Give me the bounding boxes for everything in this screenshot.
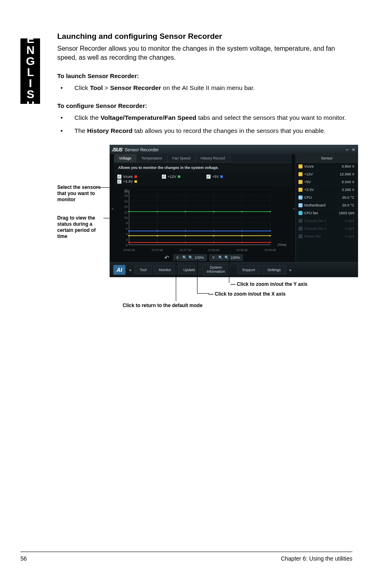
bottom-btn-system-info[interactable]: SystemInformation	[202, 265, 230, 275]
svg-text:(V): (V)	[125, 190, 129, 193]
svg-point-38	[128, 242, 130, 243]
svg-text:22:59:00: 22:59:00	[264, 249, 276, 252]
callout-zoom-x-axis: — Click to zoom in/out the X axis	[208, 291, 286, 297]
voltage-chart[interactable]: 0246810121416182022:56:3022:57:0022:57:3…	[114, 186, 291, 253]
svg-point-53	[213, 230, 215, 232]
svg-point-55	[269, 230, 271, 232]
app-bottom-bar: AI ◂ Tool Monitor Update SystemInformati…	[110, 262, 358, 277]
launch-step: Click Tool > Sensor Recorder on the AI S…	[57, 83, 352, 92]
svg-point-47	[213, 211, 215, 213]
svg-text:22:56:30: 22:56:30	[123, 249, 135, 252]
sensor-row-cpu: CPU26.0 °C	[296, 194, 358, 202]
zoom-in-icon[interactable]: 🔍	[182, 256, 187, 260]
sensor-row-chassis-fan-1: Chassis fan 10 rpm	[296, 217, 358, 225]
screenshot-figure: Select the sensors that you want to moni…	[57, 145, 352, 316]
checkbox-3-3v[interactable]: ✓+3.3V	[117, 180, 156, 184]
sensor-checkbox-group: ✓Vcore ✓+12V ✓+5V ✓+3.3V	[114, 173, 291, 186]
bottom-btn-tool[interactable]: Tool	[134, 265, 152, 274]
bottom-btn-monitor[interactable]: Monitor	[154, 265, 177, 274]
tab-voltage[interactable]: Voltage	[114, 154, 137, 162]
page-footer: 56 Chapter 6: Using the utilities	[20, 552, 352, 562]
sensor-row-chassis-fan-2: Chassis fan 20 rpm	[296, 225, 358, 233]
tab-description: Allows you to monitor the changes in the…	[114, 163, 291, 173]
configure-step-2: The History Record tab allows you to rec…	[57, 126, 352, 135]
bottom-btn-settings[interactable]: Settings	[262, 265, 286, 274]
svg-point-46	[185, 211, 186, 213]
zoom-x-control[interactable]: X : 🔍 🔍 100%	[173, 254, 207, 261]
sensor-row--12v: +12V12.096 V	[296, 171, 358, 178]
checkbox-vcore[interactable]: ✓Vcore	[117, 175, 156, 179]
svg-text:22:57:30: 22:57:30	[180, 249, 191, 252]
callout-drag-view: Drag to view the status during a certain…	[57, 215, 105, 240]
svg-point-43	[269, 242, 271, 243]
zoom-controls: ↶ X : 🔍 🔍 100% Y : 🔍 🔍	[114, 253, 291, 262]
svg-text:14: 14	[124, 205, 128, 209]
tab-temperature[interactable]: Temperature	[137, 154, 168, 162]
configure-subheading: To configure Sensor Recorder:	[57, 102, 352, 109]
panel-nav-mid-icon[interactable]: ◂	[291, 154, 296, 262]
svg-point-45	[157, 211, 158, 213]
sensor-recorder-window: /SUS Sensor Recorder − × ◂ Voltage Tempe…	[110, 145, 358, 277]
svg-point-61	[269, 235, 271, 237]
bar-nav-right-icon[interactable]: ▸	[288, 267, 294, 273]
checkbox-5v[interactable]: ✓+5V	[206, 175, 245, 179]
svg-point-59	[213, 235, 215, 237]
callout-select-sensors: Select the sensors that you want to moni…	[57, 184, 105, 203]
tab-fan-speed[interactable]: Fan Speed	[168, 154, 196, 162]
launch-subheading: To launch Sensor Recorder:	[57, 72, 352, 79]
zoom-out-icon[interactable]: 🔍	[188, 256, 193, 260]
page-number: 56	[20, 555, 27, 562]
svg-point-56	[128, 235, 130, 237]
callout-return-default: Click to return to the default mode	[123, 303, 202, 308]
language-side-tab: ENGLISH	[20, 38, 40, 104]
svg-text:12: 12	[124, 211, 128, 214]
svg-text:0: 0	[126, 243, 128, 247]
sensor-row-power-fan: Power fan0 rpm	[296, 233, 358, 240]
svg-point-44	[128, 211, 130, 213]
sensor-row--3-3v: +3.3V3.296 V	[296, 186, 358, 194]
close-icon[interactable]: ×	[352, 146, 355, 153]
sensor-row--5v: +5V5.040 V	[296, 178, 358, 186]
section-heading: Launching and configuring Sensor Recorde…	[57, 32, 352, 41]
svg-text:22:57:00: 22:57:00	[152, 249, 163, 252]
svg-point-60	[241, 235, 243, 237]
svg-point-48	[241, 211, 243, 213]
zoom-in-icon[interactable]: 🔍	[218, 256, 223, 260]
reset-zoom-icon[interactable]: ↶	[163, 254, 171, 261]
svg-point-54	[241, 230, 243, 232]
svg-text:6: 6	[126, 227, 128, 231]
sensor-panel-header: Sensor	[296, 154, 358, 163]
chapter-label: Chapter 6: Using the utilities	[281, 555, 352, 562]
svg-point-49	[269, 211, 271, 213]
sensor-tabs: Voltage Temperature Fan Speed History Re…	[114, 154, 291, 163]
titlebar: /SUS Sensor Recorder − ×	[110, 145, 358, 154]
minimize-icon[interactable]: −	[345, 146, 349, 153]
intro-text: Sensor Recorder allows you to monitor th…	[57, 44, 352, 62]
svg-point-41	[213, 242, 215, 243]
svg-text:2: 2	[126, 238, 128, 242]
svg-point-51	[157, 230, 158, 232]
svg-text:10: 10	[124, 216, 128, 220]
asus-logo: /SUS	[112, 147, 123, 153]
svg-text:8: 8	[126, 221, 128, 225]
tab-history-record[interactable]: History Record	[196, 154, 231, 162]
svg-text:16: 16	[124, 200, 128, 203]
svg-point-40	[185, 242, 186, 243]
checkbox-12v[interactable]: ✓+12V	[162, 175, 201, 179]
sensor-row-cpu-fan: CPU fan1603 rpm	[296, 209, 358, 217]
ai-suite-badge-icon: AI	[113, 265, 126, 275]
bar-nav-left-icon[interactable]: ◂	[127, 267, 133, 273]
svg-point-57	[157, 235, 158, 237]
sensor-row-motherboard: MotherBoard29.0 °C	[296, 202, 358, 209]
sensor-row-vcore: Vcore0.864 V	[296, 163, 358, 171]
bottom-btn-support[interactable]: Support	[237, 265, 261, 274]
zoom-y-control[interactable]: Y : 🔍 🔍 100%	[209, 254, 243, 261]
configure-step-1: Click the Voltage/Temperature/Fan Speed …	[57, 113, 352, 122]
svg-point-39	[157, 242, 158, 243]
svg-text:22:58:30: 22:58:30	[236, 249, 248, 252]
svg-point-50	[128, 230, 130, 232]
panel-nav-left-icon[interactable]: ◂	[110, 154, 114, 262]
window-title: Sensor Recorder	[125, 147, 159, 152]
svg-point-58	[185, 235, 186, 237]
zoom-out-icon[interactable]: 🔍	[224, 256, 229, 260]
